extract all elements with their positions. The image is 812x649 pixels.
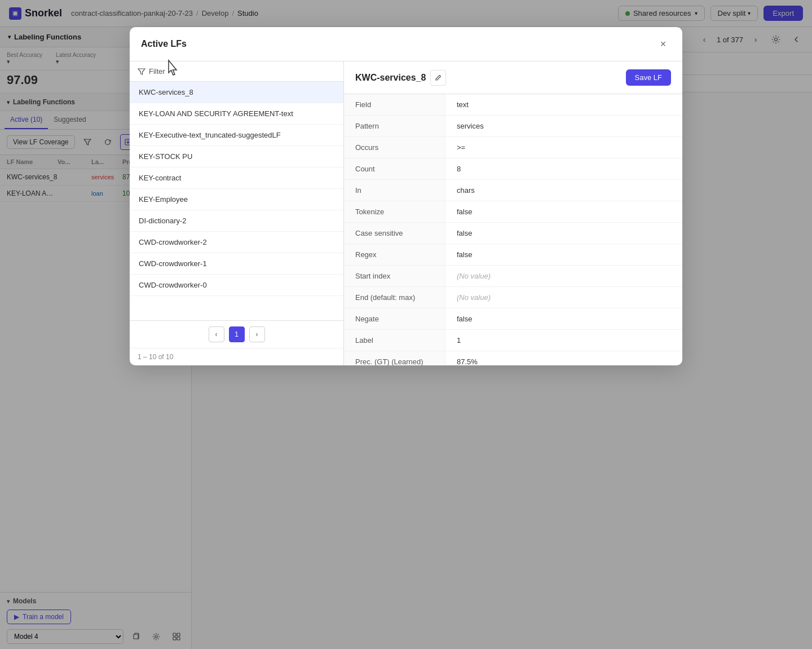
detail-val-end: (No value) — [445, 287, 682, 308]
lf-item-name-4: KEY-contract — [139, 174, 181, 182]
detail-key-end: End (default: max) — [344, 287, 445, 308]
lf-item-name-2: KEY-Executive-text_truncated-suggestedLF — [139, 131, 281, 139]
lf-item-name-0: KWC-services_8 — [139, 88, 193, 96]
detail-row-field: Field text — [344, 94, 682, 116]
detail-val-start-index: (No value) — [445, 266, 682, 286]
prev-page-button[interactable]: ‹ — [209, 326, 224, 342]
detail-key-occurs: Occurs — [344, 137, 445, 158]
next-page-icon: › — [256, 330, 258, 338]
lf-items-list: KWC-services_8 KEY-LOAN AND SECURITY AGR… — [130, 82, 343, 320]
lf-item-name-9: CWD-crowdworker-0 — [139, 281, 207, 289]
list-item[interactable]: CWD-crowdworker-0 — [130, 275, 343, 296]
lf-item-name-7: CWD-crowdworker-2 — [139, 238, 207, 246]
detail-key-regex: Regex — [344, 244, 445, 265]
detail-row-case-sensitive: Case sensitive false — [344, 223, 682, 244]
detail-val-occurs: >= — [445, 137, 682, 158]
detail-val-count: 8 — [445, 158, 682, 179]
detail-val-prec: 87.5% — [445, 351, 682, 365]
detail-row-prec: Prec. (GT) (Learned) 87.5% — [344, 351, 682, 365]
list-item[interactable]: KEY-contract — [130, 167, 343, 189]
filter-label: Filter — [149, 67, 165, 76]
list-item[interactable]: KEY-Employee — [130, 189, 343, 210]
modal-header: Active LFs × — [130, 27, 682, 61]
lf-item-name-8: CWD-crowdworker-1 — [139, 259, 207, 268]
detail-row-end: End (default: max) (No value) — [344, 287, 682, 308]
detail-key-in: In — [344, 180, 445, 201]
detail-key-negate: Negate — [344, 308, 445, 329]
lf-panel: Filter KWC-services_8 KEY-LOAN AND SECUR… — [130, 61, 344, 365]
detail-row-start-index: Start index (No value) — [344, 266, 682, 287]
detail-row-in: In chars — [344, 180, 682, 201]
lf-item-name-5: KEY-Employee — [139, 195, 188, 204]
details-panel: KWC-services_8 Save LF Field text — [344, 61, 682, 365]
detail-key-field: Field — [344, 94, 445, 115]
detail-row-tokenize: Tokenize false — [344, 201, 682, 223]
list-item[interactable]: KEY-Executive-text_truncated-suggestedLF — [130, 125, 343, 146]
lf-item-name-3: KEY-STOCK PU — [139, 152, 192, 161]
detail-key-prec: Prec. (GT) (Learned) — [344, 351, 445, 365]
close-icon: × — [660, 38, 667, 50]
lf-pagination: ‹ 1 › — [130, 320, 343, 348]
detail-key-label: Label — [344, 330, 445, 351]
detail-val-regex: false — [445, 244, 682, 265]
list-item[interactable]: KWC-services_8 — [130, 82, 343, 103]
detail-row-label: Label 1 — [344, 330, 682, 351]
detail-val-negate: false — [445, 308, 682, 329]
detail-val-tokenize: false — [445, 201, 682, 222]
modal-body: Filter KWC-services_8 KEY-LOAN AND SECUR… — [130, 61, 682, 365]
active-lfs-modal: Active LFs × Filter KWC-services_8 — [130, 27, 682, 365]
list-item[interactable]: CWD-crowdworker-1 — [130, 253, 343, 275]
detail-key-count: Count — [344, 158, 445, 179]
detail-row-occurs: Occurs >= — [344, 137, 682, 158]
detail-val-pattern: services — [445, 116, 682, 136]
list-item[interactable]: DI-dictionary-2 — [130, 210, 343, 232]
save-lf-button[interactable]: Save LF — [626, 69, 671, 86]
save-lf-label: Save LF — [635, 73, 662, 82]
detail-key-start-index: Start index — [344, 266, 445, 286]
detail-key-pattern: Pattern — [344, 116, 445, 136]
detail-val-in: chars — [445, 180, 682, 201]
next-page-button[interactable]: › — [249, 326, 265, 342]
list-item[interactable]: CWD-crowdworker-2 — [130, 232, 343, 253]
edit-lf-icon-button[interactable] — [430, 70, 446, 86]
detail-val-field: text — [445, 94, 682, 115]
current-page-button[interactable]: 1 — [229, 326, 245, 342]
details-name-row: KWC-services_8 — [355, 70, 446, 86]
list-item[interactable]: KEY-STOCK PU — [130, 146, 343, 167]
modal-overlay[interactable]: Active LFs × Filter KWC-services_8 — [0, 0, 812, 649]
detail-row-count: Count 8 — [344, 158, 682, 180]
details-header: KWC-services_8 Save LF — [344, 61, 682, 94]
detail-row-pattern: Pattern services — [344, 116, 682, 137]
list-item[interactable]: KEY-LOAN AND SECURITY AGREEMENT-text — [130, 103, 343, 125]
detail-row-regex: Regex false — [344, 244, 682, 266]
details-table: Field text Pattern services Occurs >= — [344, 94, 682, 365]
lf-item-name-6: DI-dictionary-2 — [139, 217, 187, 225]
lf-item-name-1: KEY-LOAN AND SECURITY AGREEMENT-text — [139, 109, 293, 118]
detail-val-case-sensitive: false — [445, 223, 682, 244]
lf-range-label: 1 – 10 of 10 — [130, 348, 343, 365]
prev-page-icon: ‹ — [215, 330, 218, 338]
detail-key-case-sensitive: Case sensitive — [344, 223, 445, 244]
details-lf-name: KWC-services_8 — [355, 73, 426, 83]
modal-close-button[interactable]: × — [655, 36, 671, 52]
detail-val-label: 1 — [445, 330, 682, 351]
modal-title: Active LFs — [141, 39, 187, 49]
filter-button[interactable]: Filter — [130, 61, 343, 82]
detail-row-negate: Negate false — [344, 308, 682, 330]
current-page-label: 1 — [235, 330, 239, 338]
detail-key-tokenize: Tokenize — [344, 201, 445, 222]
